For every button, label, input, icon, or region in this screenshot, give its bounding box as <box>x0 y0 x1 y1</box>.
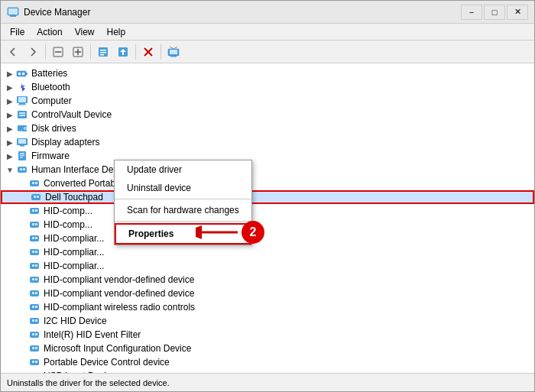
tree-item-hid[interactable]: ▼ Human Interface Devices <box>1 163 534 177</box>
scan-changes-button[interactable] <box>164 43 183 61</box>
context-menu-scan-hardware[interactable]: Scan for hardware changes <box>115 201 251 219</box>
tree-item-hidvendor1[interactable]: HID-compliant vendor-defined device <box>1 273 534 287</box>
microsoftinput-icon <box>28 342 41 355</box>
tree-item-hidcomp1[interactable]: HID-comp... <box>1 204 534 218</box>
expander-diskdrives[interactable]: ▶ <box>4 122 16 134</box>
svg-rect-21 <box>22 73 24 75</box>
svg-rect-23 <box>18 97 26 102</box>
context-menu-update-driver[interactable]: Update driver <box>115 160 251 179</box>
converted-icon <box>28 177 41 190</box>
svg-rect-16 <box>170 56 177 57</box>
toolbar-separator-4 <box>160 44 161 60</box>
collapse-all-button[interactable] <box>49 43 67 61</box>
menu-file[interactable]: File <box>4 25 31 39</box>
tree-item-hidcompliant2-label: HID-compliar... <box>44 247 104 258</box>
expander-displayadapters[interactable]: ▶ <box>4 136 16 148</box>
title-controls: − □ ✕ <box>461 5 528 20</box>
hidwireless-icon <box>28 301 41 313</box>
expander-bluetooth[interactable]: ▶ <box>4 81 16 93</box>
close-button[interactable]: ✕ <box>507 5 528 20</box>
svg-rect-20 <box>18 73 21 75</box>
svg-rect-72 <box>35 306 37 308</box>
svg-rect-54 <box>35 223 37 225</box>
minimize-button[interactable]: − <box>461 5 482 20</box>
svg-rect-81 <box>35 347 37 349</box>
back-button[interactable] <box>4 43 22 61</box>
tree-item-hidvendor2[interactable]: HID-compliant vendor-defined device <box>1 287 534 300</box>
tree-item-hidcomp1-label: HID-comp... <box>44 206 92 216</box>
menu-view[interactable]: View <box>69 25 101 39</box>
usbinput1-icon <box>28 370 41 373</box>
tree-item-controlvault[interactable]: ▶ ControlVault Device <box>1 108 534 121</box>
svg-rect-27 <box>19 112 25 114</box>
tree-item-bluetooth[interactable]: ▶ Bluetooth <box>1 80 534 94</box>
expander-computer[interactable]: ▶ <box>4 95 16 107</box>
svg-rect-2 <box>8 8 18 15</box>
svg-rect-11 <box>100 54 104 56</box>
svg-rect-44 <box>32 182 34 184</box>
tree-item-converted[interactable]: ▶ Converted Portable Device Control devi… <box>1 177 534 190</box>
svg-rect-25 <box>18 105 26 105</box>
tree-item-hidcompliant3[interactable]: HID-compliar... <box>1 259 534 273</box>
tree-item-hidwireless[interactable]: HID-compliant wireless radio controls <box>1 300 534 314</box>
tree-item-intelhid[interactable]: Intel(R) HID Event Filter <box>1 328 534 342</box>
tree-item-diskdrives[interactable]: ▶ Disk drives <box>1 121 534 135</box>
svg-rect-32 <box>18 131 23 131</box>
displayadapters-icon <box>16 136 28 148</box>
tree-item-hidcompliant1[interactable]: HID-compliar... <box>1 232 534 245</box>
tree-item-microsoftinput-label: Microsoft Input Configuration Device <box>44 343 191 354</box>
tree-item-firmware[interactable]: ▶ Firmware <box>1 149 534 163</box>
tree-item-portabledevice[interactable]: Portable Device Control device <box>1 355 534 369</box>
svg-rect-56 <box>32 237 34 239</box>
tree-item-hidcompliant3-label: HID-compliar... <box>44 261 104 271</box>
svg-rect-42 <box>23 168 25 170</box>
tree-item-hidvendor1-label: HID-compliant vendor-defined device <box>44 274 194 285</box>
status-text: Uninstalls the driver for the selected d… <box>7 378 170 387</box>
maximize-button[interactable]: □ <box>484 5 505 20</box>
svg-rect-39 <box>20 157 23 158</box>
annotation-arrow: 2 <box>196 221 264 244</box>
tree-item-hidcompliant2[interactable]: HID-compliar... <box>1 245 534 259</box>
tree-item-hidcomp2[interactable]: HID-comp... <box>1 218 534 232</box>
forward-button[interactable] <box>24 43 42 61</box>
tree-item-i2chid[interactable]: I2C HID Device <box>1 314 534 328</box>
menu-action[interactable]: Action <box>31 25 68 39</box>
context-menu-uninstall-device[interactable]: Uninstall device <box>115 179 251 197</box>
svg-rect-71 <box>32 306 34 308</box>
svg-rect-66 <box>35 278 37 280</box>
svg-point-31 <box>24 128 26 129</box>
annotation-number-circle: 2 <box>242 221 264 244</box>
toolbar-separator-1 <box>45 44 46 60</box>
tree-item-hidwireless-label: HID-compliant wireless radio controls <box>44 302 195 313</box>
svg-rect-68 <box>32 292 34 294</box>
svg-rect-65 <box>32 278 34 280</box>
main-content[interactable]: ▶ Batteries ▶ <box>1 63 534 373</box>
tree-item-computer[interactable]: ▶ Computer <box>1 94 534 108</box>
properties-button[interactable] <box>94 43 112 61</box>
tree-item-usbinput1[interactable]: USB Input Device <box>1 369 534 373</box>
menu-help[interactable]: Help <box>101 25 132 39</box>
tree-item-delltouchpad[interactable]: ▶ Dell Touchpad <box>1 190 534 204</box>
expander-controlvault[interactable]: ▶ <box>4 109 16 121</box>
toolbar-separator-2 <box>90 44 91 60</box>
menu-bar: File Action View Help <box>1 24 534 40</box>
arrow-svg <box>196 221 242 244</box>
hidcompliant1-icon <box>28 232 41 245</box>
tree-item-batteries[interactable]: ▶ Batteries <box>1 66 534 80</box>
tree-view: ▶ Batteries ▶ <box>1 63 534 373</box>
tree-item-usbinput1-label: USB Input Device <box>44 371 116 373</box>
tree-item-computer-label: Computer <box>31 96 72 106</box>
expander-firmware[interactable]: ▶ <box>4 150 16 162</box>
svg-rect-18 <box>17 71 26 76</box>
expander-batteries[interactable]: ▶ <box>4 67 16 79</box>
tree-item-delltouchpad-label: Dell Touchpad <box>45 192 103 202</box>
uninstall-button[interactable] <box>139 43 157 61</box>
tree-item-hidcomp2-label: HID-comp... <box>44 219 92 230</box>
svg-rect-63 <box>35 264 37 267</box>
expander-hid[interactable]: ▼ <box>4 164 16 176</box>
expand-all-button[interactable] <box>69 43 87 61</box>
tree-item-displayadapters[interactable]: ▶ Display adapters <box>1 135 534 149</box>
tree-item-microsoftinput[interactable]: Microsoft Input Configuration Device <box>1 342 534 355</box>
svg-rect-51 <box>35 209 37 212</box>
update-driver-button[interactable] <box>114 43 132 61</box>
